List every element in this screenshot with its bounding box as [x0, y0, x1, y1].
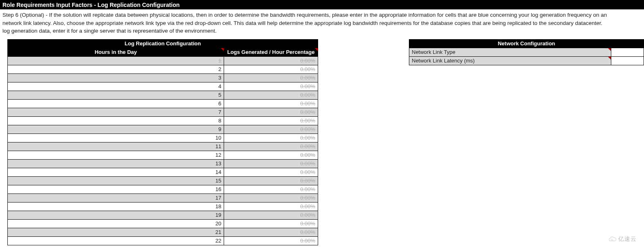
pct-cell[interactable]: 0.00%: [224, 228, 318, 236]
hour-cell[interactable]: 2: [8, 65, 224, 73]
instruction-line-3: log generation data, enter it for a sing…: [2, 28, 217, 34]
pct-cell[interactable]: 0.00%: [224, 202, 318, 211]
hour-cell[interactable]: 8: [8, 116, 224, 125]
col-header-hours-label: Hours in the Day: [94, 49, 137, 55]
net-link-type-input[interactable]: [611, 48, 644, 56]
comment-indicator-icon[interactable]: [221, 48, 224, 51]
pct-cell[interactable]: 0.00%: [224, 168, 318, 176]
table-row: 150.00%: [8, 176, 318, 185]
pct-cell[interactable]: 0.00%: [224, 134, 318, 142]
table-row: 180.00%: [8, 202, 318, 211]
comment-indicator-icon[interactable]: [608, 48, 611, 51]
pct-cell[interactable]: 0.00%: [224, 185, 318, 194]
pct-cell[interactable]: 0.00%: [224, 82, 318, 91]
pct-cell[interactable]: 0.00%: [224, 116, 318, 125]
hour-cell[interactable]: 17: [8, 194, 224, 202]
pct-cell[interactable]: 0.00%: [224, 142, 318, 151]
table-row: 90.00%: [8, 125, 318, 134]
table-row: Network Link Type: [409, 48, 644, 56]
hour-cell[interactable]: 22: [8, 236, 224, 245]
cloud-icon: [608, 236, 617, 243]
section-title: Role Requirements Input Factors - Log Re…: [0, 1, 644, 9]
net-label-cell: Network Link Type: [409, 48, 611, 56]
net-link-latency-input[interactable]: [611, 56, 644, 65]
svg-point-0: [611, 239, 613, 241]
hour-cell[interactable]: 9: [8, 125, 224, 134]
table-row: 160.00%: [8, 185, 318, 194]
pct-cell[interactable]: 0.00%: [224, 65, 318, 73]
table-row: 60.00%: [8, 99, 318, 108]
comment-indicator-icon[interactable]: [608, 57, 611, 60]
hour-cell[interactable]: 4: [8, 82, 224, 91]
table-row: 220.00%: [8, 236, 318, 245]
table-row: 170.00%: [8, 194, 318, 202]
table-row: 80.00%: [8, 116, 318, 125]
pct-cell[interactable]: 0.00%: [224, 125, 318, 134]
instruction-text: Step 6 (Optional) - If the solution will…: [0, 9, 644, 39]
instruction-line-2: network link latency. Also, choose the a…: [2, 20, 602, 26]
hour-cell[interactable]: 12: [8, 151, 224, 159]
hour-cell[interactable]: 21: [8, 228, 224, 236]
pct-cell[interactable]: 0.00%: [224, 73, 318, 82]
hour-cell[interactable]: 5: [8, 91, 224, 99]
pct-cell[interactable]: 0.00%: [224, 159, 318, 168]
hour-cell[interactable]: 18: [8, 202, 224, 211]
pct-cell[interactable]: 0.00%: [224, 91, 318, 99]
log-table-title: Log Replication Configuration: [8, 39, 318, 48]
col-header-pct: Logs Generated / Hour Percentage: [224, 48, 318, 56]
hour-cell[interactable]: 10: [8, 134, 224, 142]
hour-cell[interactable]: 3: [8, 73, 224, 82]
hour-cell[interactable]: 14: [8, 168, 224, 176]
table-row: 100.00%: [8, 134, 318, 142]
hour-cell[interactable]: 20: [8, 219, 224, 228]
hour-cell[interactable]: 13: [8, 159, 224, 168]
table-row: 30.00%: [8, 73, 318, 82]
table-row: 10.00%: [8, 56, 318, 65]
table-row: 130.00%: [8, 159, 318, 168]
col-header-pct-label: Logs Generated / Hour Percentage: [227, 49, 315, 55]
table-row: 140.00%: [8, 168, 318, 176]
col-header-hours: Hours in the Day: [8, 48, 224, 56]
pct-cell[interactable]: 0.00%: [224, 176, 318, 185]
pct-cell[interactable]: 0.00%: [224, 56, 318, 65]
pct-cell[interactable]: 0.00%: [224, 219, 318, 228]
table-row: 50.00%: [8, 91, 318, 99]
hour-cell[interactable]: 19: [8, 211, 224, 219]
hour-cell[interactable]: 16: [8, 185, 224, 194]
hour-cell[interactable]: 6: [8, 99, 224, 108]
hour-cell[interactable]: 1: [8, 56, 224, 65]
table-row: 210.00%: [8, 228, 318, 236]
table-row: 40.00%: [8, 82, 318, 91]
table-row: 120.00%: [8, 151, 318, 159]
pct-cell[interactable]: 0.00%: [224, 236, 318, 245]
hour-cell[interactable]: 11: [8, 142, 224, 151]
table-row: 200.00%: [8, 219, 318, 228]
instruction-line-1: Step 6 (Optional) - If the solution will…: [2, 12, 607, 18]
pct-cell[interactable]: 0.00%: [224, 194, 318, 202]
net-label-cell: Network Link Latency (ms): [409, 56, 611, 65]
table-row: 110.00%: [8, 142, 318, 151]
network-config-table: Network Configuration Network Link TypeN…: [409, 39, 644, 65]
comment-indicator-icon[interactable]: [315, 48, 318, 51]
table-row: 190.00%: [8, 211, 318, 219]
hour-cell[interactable]: 7: [8, 108, 224, 116]
net-table-title: Network Configuration: [409, 39, 644, 48]
log-replication-table: Log Replication Configuration Hours in t…: [7, 39, 318, 245]
watermark: 亿速云: [608, 236, 637, 243]
hour-cell[interactable]: 15: [8, 176, 224, 185]
watermark-text: 亿速云: [618, 236, 637, 243]
table-row: 70.00%: [8, 108, 318, 116]
table-row: Network Link Latency (ms): [409, 56, 644, 65]
pct-cell[interactable]: 0.00%: [224, 211, 318, 219]
pct-cell[interactable]: 0.00%: [224, 99, 318, 108]
pct-cell[interactable]: 0.00%: [224, 151, 318, 159]
table-row: 20.00%: [8, 65, 318, 73]
pct-cell[interactable]: 0.00%: [224, 108, 318, 116]
